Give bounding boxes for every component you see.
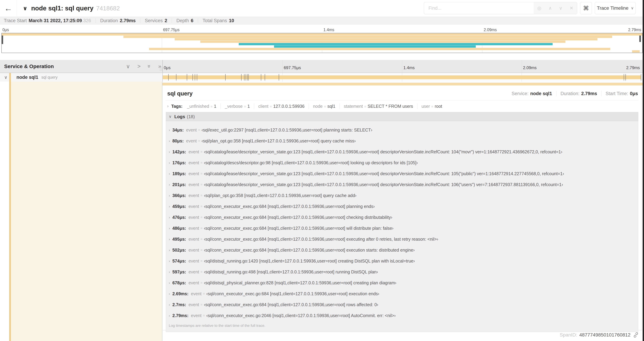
log-timestamp: 574μs: [172,258,186,263]
log-row[interactable]: ›574μs:event=‹sql/distsql_running.go:142… [166,256,638,266]
span-collapse-icon[interactable]: ∨ [4,75,8,80]
log-timestamp: 486μs: [172,226,186,231]
divider [96,18,96,23]
prev-match-icon[interactable]: ∧ [548,5,552,11]
log-field-name: event [188,226,199,231]
trace-info-item: Duration2.79ms [100,18,136,23]
span-duration-bar[interactable] [163,75,641,79]
equals-sign: = [200,281,202,285]
log-value: ‹sql/conn_executor_exec.go:684 [nsql1,cl… [206,291,379,296]
log-row[interactable]: ›34μs:event=‹sql/exec_util.go:2297 [nsql… [166,125,638,136]
log-row[interactable]: ›189μs:event=‹sql/catalog/lease/descript… [166,168,638,179]
clear-find-icon[interactable]: ✕ [570,5,574,11]
log-value: ‹sql/conn_executor_exec.go:684 [nsql1,cl… [204,302,378,307]
log-row[interactable]: ›366μs:event=‹sql/plan_opt.go:358 [nsql1… [166,190,638,201]
tag-item: node=sql1 [313,104,335,109]
log-expand-icon[interactable]: › [169,270,170,274]
service-operation-title: Service & Operation [4,63,54,69]
trace-info-bar: Trace StartMarch 31 2022, 17:25:09.326Du… [0,17,642,25]
span-row[interactable]: ∨ node sql1 sql query [0,73,642,82]
tag-value: 1 [248,104,250,109]
log-value: ‹sql/distsql_running.go:1420 [nsql1,clie… [204,258,415,263]
log-expand-icon[interactable]: › [169,150,170,154]
log-row[interactable]: ›2.79ms:event=‹sql/conn_executor_exec.go… [166,310,638,321]
log-timestamp: 678μs: [172,280,186,285]
log-row[interactable]: ›2.69ms:event=‹sql/conn_executor_exec.go… [166,288,638,299]
log-expand-icon[interactable]: › [169,281,170,285]
collapse-all-icon[interactable]: » [146,65,153,68]
log-expand-icon[interactable]: › [169,237,170,241]
trace-info-item: Total Spans10 [202,18,234,23]
log-field-name: event [188,280,199,285]
log-expand-icon[interactable]: › [169,161,170,165]
log-timestamp: 201μs: [172,182,186,187]
log-row[interactable]: ›597μs:event=‹sql/distsql_running.go:498… [166,266,638,277]
find-input[interactable] [424,2,534,14]
log-expand-icon[interactable]: › [169,194,170,198]
tags-expand-icon[interactable]: › [167,104,168,109]
log-expand-icon[interactable]: › [169,303,170,307]
minimap-span-bar [274,45,476,48]
log-expand-icon[interactable]: › [169,314,170,318]
screen-right-edge [642,0,644,341]
log-marker [246,74,246,81]
log-expand-icon[interactable]: › [169,292,170,296]
back-button[interactable]: ← [0,0,17,17]
span-row-timeline[interactable] [162,73,641,82]
log-expand-icon[interactable]: › [169,139,170,143]
span-color-stripe [9,73,11,82]
info-label: Depth [176,18,189,23]
logs-header[interactable]: ∨ Logs (18) [166,112,638,121]
locate-icon[interactable]: ◎ [537,5,542,11]
log-row[interactable]: ›176μs:event=‹sql/catalog/descs/descript… [166,157,638,168]
log-row[interactable]: ›142μs:event=‹sql/catalog/lease/descript… [166,146,638,157]
log-row[interactable]: ›502μs:event=‹sql/conn_executor_exec.go:… [166,245,638,256]
log-row[interactable]: ›80μs:event=‹sql/plan_opt.go:358 [nsql1,… [166,136,638,146]
timeline-minimap[interactable] [2,33,642,53]
tick-label: 1.4ms [403,65,414,70]
logs-collapse-icon[interactable]: ∨ [169,114,172,119]
copy-link-icon[interactable] [633,332,639,338]
tag-value: sql1 [327,104,335,109]
tag-value: root [435,104,442,109]
shortcuts-button[interactable]: ⌘ [580,2,592,14]
view-selector-button[interactable]: Trace Timeline ∨ [595,2,636,14]
top-bar: ← ∨ node sql1: sql query 7418682 ◎ ∧ ∨ ✕… [0,0,642,17]
log-field-name: event [188,258,199,263]
log-expand-icon[interactable]: › [169,172,170,176]
log-expand-icon[interactable]: › [169,183,170,187]
log-marker [247,74,248,81]
tag-item: client=127.0.0.1:59936 [258,104,304,109]
log-timestamp: 34μs: [172,128,184,133]
tag-key: statement [344,104,363,109]
log-value: ‹sql/conn_executor_exec.go:684 [nsql1,cl… [204,204,375,209]
collapse-one-icon[interactable]: ∨ [126,63,130,70]
log-value: ‹sql/plan_opt.go:358 [nsql1,client=127.0… [204,193,356,198]
log-expand-icon[interactable]: › [169,215,170,219]
log-timestamp: 459μs: [172,204,186,209]
log-expand-icon[interactable]: › [169,248,170,252]
tags-row[interactable]: › Tags: _unfinished=1_verbose=1client=12… [163,100,642,111]
next-match-icon[interactable]: ∨ [559,5,562,11]
equals-sign: = [200,259,202,263]
log-row[interactable]: ›201μs:event=‹sql/catalog/lease/descript… [166,179,638,190]
collapse-trace-icon[interactable]: ∨ [23,5,27,12]
span-row-name-column[interactable]: ∨ node sql1 sql query [0,73,162,82]
log-row[interactable]: ›486μs:event=‹sql/conn_executor_exec.go:… [166,223,638,234]
log-row[interactable]: ›476μs:event=‹sql/conn_executor_exec.go:… [166,212,638,223]
log-expand-icon[interactable]: › [169,226,170,230]
divider [254,103,254,109]
log-expand-icon[interactable]: › [169,259,170,263]
log-row[interactable]: ›459μs:event=‹sql/conn_executor_exec.go:… [166,201,638,212]
log-row[interactable]: ›2.7ms:event=‹sql/conn_executor_exec.go:… [166,299,638,310]
expand-one-icon[interactable]: > [137,63,140,70]
log-expand-icon[interactable]: › [169,128,170,132]
log-row[interactable]: ›678μs:event=‹sql/distsql_physical_plann… [166,277,638,288]
divider [417,103,418,109]
log-timestamp: 495μs: [172,237,186,242]
log-field-name: event [188,269,199,274]
log-row[interactable]: ›495μs:event=‹sql/conn_executor_exec.go:… [166,234,638,245]
divider [340,103,340,109]
log-field-name: event [188,149,199,154]
log-expand-icon[interactable]: › [169,204,170,208]
